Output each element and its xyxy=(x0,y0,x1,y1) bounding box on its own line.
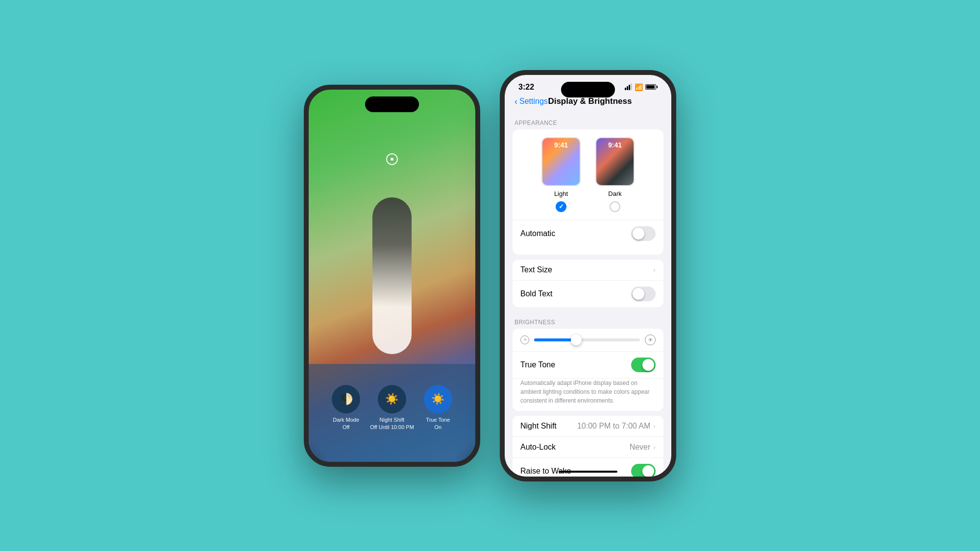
home-indicator xyxy=(559,471,617,473)
settings-content: APPEARANCE 9:41 Light 9:41 xyxy=(505,113,671,477)
light-mode-radio[interactable] xyxy=(556,201,566,212)
auto-lock-value: Never › xyxy=(630,443,656,452)
true-tone-description: Automatically adapt iPhone display based… xyxy=(513,379,663,411)
true-tone-icon: ☀️ xyxy=(424,385,452,413)
true-tone-control[interactable]: ☀️ True Tone On xyxy=(424,385,452,431)
dark-mode-option[interactable]: 9:41 Dark xyxy=(595,137,635,212)
true-tone-label: True Tone On xyxy=(426,416,450,431)
night-shift-label: Night Shift Off Until 10:00 PM xyxy=(370,416,414,431)
text-size-row[interactable]: Text Size › xyxy=(513,260,663,281)
control-center: 🌓 Dark Mode Off ☀️ Night Shift Off Until… xyxy=(309,364,475,462)
brightness-high-icon: ☀ xyxy=(645,335,656,345)
right-iphone: 3:22 📶 xyxy=(500,70,676,481)
text-size-value: › xyxy=(653,266,656,274)
other-settings-card: Night Shift 10:00 PM to 7:00 AM › Auto-L… xyxy=(513,416,663,477)
true-tone-row: True Tone xyxy=(513,351,663,379)
appearance-section-header: APPEARANCE xyxy=(505,113,671,129)
raise-to-wake-toggle[interactable] xyxy=(631,464,656,477)
bold-text-row: Bold Text xyxy=(513,281,663,307)
sun-icon xyxy=(386,153,398,165)
brightness-knob[interactable] xyxy=(571,335,582,345)
volume-down-button[interactable] xyxy=(304,197,308,222)
power-button[interactable] xyxy=(476,178,480,212)
night-shift-label: Night Shift xyxy=(520,422,557,431)
dark-mode-label: Dark Mode Off xyxy=(333,416,359,431)
bold-text-label: Bold Text xyxy=(520,289,553,298)
auto-lock-chevron-icon: › xyxy=(653,443,656,451)
raise-to-wake-toggle-thumb xyxy=(642,465,654,477)
dark-mode-thumb: 9:41 xyxy=(595,137,635,186)
brightness-low-icon: ☀ xyxy=(520,335,529,344)
brightness-slider-row[interactable]: ☀ ☀ xyxy=(513,329,663,351)
wifi-icon: 📶 xyxy=(635,83,643,91)
true-tone-toggle-thumb xyxy=(642,359,654,371)
auto-lock-label: Auto-Lock xyxy=(520,443,556,452)
volume-up-button[interactable] xyxy=(304,168,308,192)
mute-button[interactable] xyxy=(304,139,308,156)
auto-lock-row[interactable]: Auto-Lock Never › xyxy=(513,437,663,458)
page-title: Display & Brightness xyxy=(548,96,632,106)
raise-to-wake-row: Raise to Wake xyxy=(513,458,663,477)
night-shift-control[interactable]: ☀️ Night Shift Off Until 10:00 PM xyxy=(370,385,414,431)
signal-icon xyxy=(625,83,632,91)
brightness-track[interactable] xyxy=(534,338,640,341)
status-time: 3:22 xyxy=(518,83,534,92)
dark-mode-radio[interactable] xyxy=(610,201,620,212)
text-size-chevron-icon: › xyxy=(653,266,656,274)
dark-mode-control[interactable]: 🌓 Dark Mode Off xyxy=(332,385,360,431)
dynamic-island-right xyxy=(561,82,615,97)
true-tone-toggle[interactable] xyxy=(631,358,656,372)
night-shift-row[interactable]: Night Shift 10:00 PM to 7:00 AM › xyxy=(513,416,663,437)
automatic-label: Automatic xyxy=(520,229,555,238)
dark-mode-icon: 🌓 xyxy=(332,385,360,413)
dark-mode-time: 9:41 xyxy=(608,141,622,149)
back-button[interactable]: ‹ Settings xyxy=(514,96,548,107)
right-phone-screen: 3:22 📶 xyxy=(505,75,671,477)
dark-mode-label: Dark xyxy=(608,190,621,197)
light-mode-option[interactable]: 9:41 Light xyxy=(541,137,581,212)
left-phone-screen: 🌓 Dark Mode Off ☀️ Night Shift Off Until… xyxy=(309,90,475,462)
automatic-toggle[interactable] xyxy=(631,226,656,241)
automatic-toggle-thumb xyxy=(633,228,644,240)
brightness-card: ☀ ☀ True Tone Auto xyxy=(513,329,663,411)
back-label[interactable]: Settings xyxy=(519,97,548,106)
light-mode-thumb: 9:41 xyxy=(541,137,581,186)
back-chevron-icon: ‹ xyxy=(514,96,517,107)
brightness-fill xyxy=(534,338,576,341)
night-shift-icon: ☀️ xyxy=(378,385,406,413)
appearance-options: 9:41 Light 9:41 Dark xyxy=(520,137,656,212)
bold-text-toggle[interactable] xyxy=(631,287,656,301)
dynamic-island-left xyxy=(365,96,419,112)
text-settings-card: Text Size › Bold Text xyxy=(513,260,663,307)
night-shift-value: 10:00 PM to 7:00 AM › xyxy=(577,422,656,431)
left-iphone: 🌓 Dark Mode Off ☀️ Night Shift Off Until… xyxy=(304,85,480,467)
status-icons: 📶 xyxy=(625,83,658,91)
night-shift-chevron-icon: › xyxy=(653,422,656,430)
text-size-label: Text Size xyxy=(520,265,552,274)
battery-icon xyxy=(645,84,658,90)
bold-text-toggle-thumb xyxy=(633,288,644,300)
brightness-slider-visual[interactable] xyxy=(372,197,412,354)
true-tone-label: True Tone xyxy=(520,360,555,369)
appearance-card: 9:41 Light 9:41 Dark xyxy=(513,129,663,255)
light-mode-time: 9:41 xyxy=(554,141,568,149)
light-mode-label: Light xyxy=(554,190,568,197)
brightness-section-header: BRIGHTNESS xyxy=(505,312,671,329)
automatic-row: Automatic xyxy=(513,220,663,247)
